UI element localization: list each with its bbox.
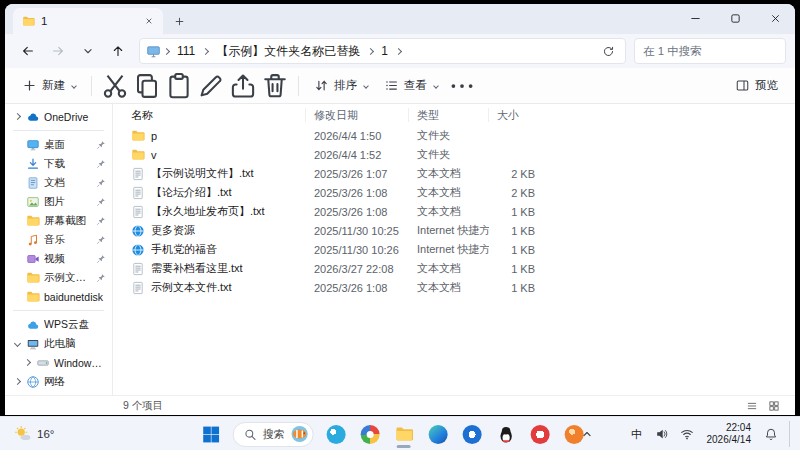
- file-row[interactable]: 需要补档看这里.txt2026/3/27 22:08文本文档1 KB: [123, 259, 795, 278]
- sidebar-item[interactable]: OneDrive: [8, 107, 109, 126]
- sidebar-item[interactable]: 图片: [8, 192, 109, 211]
- column-header-name[interactable]: 名称: [123, 108, 306, 122]
- details-view-toggle[interactable]: [741, 398, 763, 414]
- column-header-size[interactable]: 大小: [489, 108, 547, 122]
- file-name: 手机党的福音: [123, 242, 306, 257]
- tab-close-icon[interactable]: [141, 13, 157, 29]
- penguin-chat-app-icon[interactable]: [491, 419, 521, 449]
- sort-button[interactable]: 排序: [307, 72, 375, 100]
- picture-icon: [26, 195, 40, 209]
- expand-chevron-icon[interactable]: [13, 379, 22, 384]
- breadcrumb-segment[interactable]: 【示例】文件夹名称已替换: [211, 41, 365, 62]
- breadcrumb-segment[interactable]: 1: [376, 42, 393, 60]
- tab-bar: 1: [5, 4, 795, 34]
- red-circle-app-icon[interactable]: [525, 419, 555, 449]
- sidebar-item[interactable]: 网络: [8, 372, 109, 391]
- file-row[interactable]: 示例文本文件.txt2025/3/26 1:08文本文档1 KB: [123, 278, 795, 297]
- close-button[interactable]: [755, 4, 795, 32]
- clock[interactable]: 22:04 2026/4/14: [703, 422, 756, 447]
- new-tab-button[interactable]: [167, 9, 191, 33]
- copy-button[interactable]: [132, 72, 162, 100]
- video-icon: [26, 252, 40, 266]
- file-size: 1 KB: [489, 263, 547, 275]
- toolbar-divider: [298, 76, 299, 96]
- edge-app-icon[interactable]: [423, 419, 453, 449]
- file-type: 文本文档: [409, 280, 489, 295]
- weather-icon: [14, 425, 32, 443]
- breadcrumb[interactable]: 111【示例】文件夹名称已替换1: [139, 38, 626, 64]
- column-header-type[interactable]: 类型: [409, 108, 489, 122]
- recent-locations-chevron[interactable]: [74, 38, 101, 64]
- refresh-icon[interactable]: [597, 45, 619, 58]
- weather-widget[interactable]: 16°: [6, 417, 62, 450]
- file-explorer-app-icon[interactable]: [389, 419, 419, 449]
- explorer-tab[interactable]: 1: [13, 8, 163, 34]
- taskbar-search[interactable]: 搜索: [233, 422, 314, 447]
- pinwheel-app-icon[interactable]: [355, 419, 385, 449]
- pin-icon: [96, 273, 106, 283]
- minimize-button[interactable]: [675, 4, 715, 32]
- column-header-date[interactable]: 修改日期: [306, 108, 409, 122]
- file-row[interactable]: 更多资源2025/11/30 10:25Internet 快捷方式1 KB: [123, 221, 795, 240]
- hidden-icons-chevron[interactable]: [578, 421, 596, 447]
- search-input[interactable]: [634, 38, 786, 64]
- forward-button[interactable]: [44, 38, 71, 64]
- file-row[interactable]: 手机党的福音2025/11/30 10:26Internet 快捷方式1 KB: [123, 240, 795, 259]
- file-row[interactable]: 【示例说明文件】.txt2025/3/26 1:07文本文档2 KB: [123, 164, 795, 183]
- sidebar-item[interactable]: 桌面: [8, 135, 109, 154]
- more-button[interactable]: [447, 72, 477, 100]
- sidebar-item[interactable]: 下载: [8, 154, 109, 173]
- network-icon[interactable]: [678, 421, 696, 447]
- share-button[interactable]: [228, 72, 258, 100]
- sidebar-item[interactable]: 屏幕截图: [8, 211, 109, 230]
- new-button[interactable]: 新建: [15, 72, 83, 100]
- blue-globe-app-icon[interactable]: [457, 419, 487, 449]
- expand-chevron-icon[interactable]: [23, 360, 32, 365]
- cut-button[interactable]: [100, 72, 130, 100]
- sidebar-item[interactable]: Windows-SSD: [8, 353, 109, 372]
- breadcrumb-segment[interactable]: 111: [172, 42, 200, 60]
- command-bar: 新建 排序 查看 预览: [5, 68, 795, 104]
- sidebar-item[interactable]: 音乐: [8, 230, 109, 249]
- preview-toggle[interactable]: 预览: [728, 72, 785, 100]
- rename-button[interactable]: [196, 72, 226, 100]
- file-row[interactable]: 【永久地址发布页】.txt2025/3/26 1:08文本文档1 KB: [123, 202, 795, 221]
- textdoc-icon: [131, 186, 145, 200]
- sort-icon: [314, 78, 329, 93]
- sidebar-item[interactable]: baidunetdisk: [8, 287, 109, 306]
- sidebar-item[interactable]: 视频: [8, 249, 109, 268]
- up-button[interactable]: [104, 38, 131, 64]
- view-button[interactable]: 查看: [377, 72, 445, 100]
- maximize-button[interactable]: [715, 4, 755, 32]
- paste-button[interactable]: [164, 72, 194, 100]
- file-row[interactable]: v2026/4/4 1:52文件夹: [123, 145, 795, 164]
- show-desktop-button[interactable]: [789, 421, 792, 447]
- folder-icon: [22, 15, 35, 28]
- sidebar-item[interactable]: 文档: [8, 173, 109, 192]
- teal-chat-app-icon[interactable]: [321, 419, 351, 449]
- expand-chevron-icon[interactable]: [13, 341, 22, 346]
- ime-indicator[interactable]: 中: [628, 421, 646, 447]
- start-button[interactable]: [196, 419, 226, 449]
- sidebar-item[interactable]: 示例文件夹…: [8, 268, 109, 287]
- file-date-modified: 2026/4/4 1:52: [306, 149, 409, 161]
- notification-bell-icon[interactable]: [762, 421, 780, 447]
- computer-icon: [26, 337, 40, 351]
- tray-time: 22:04: [726, 422, 751, 435]
- expand-chevron-icon[interactable]: [13, 114, 22, 119]
- tab-title: 1: [41, 15, 135, 27]
- cloud-sync-tray-icon[interactable]: [603, 421, 621, 447]
- file-date-modified: 2025/3/26 1:08: [306, 282, 409, 294]
- back-button[interactable]: [14, 38, 41, 64]
- chevron-right-icon: [202, 47, 209, 54]
- delete-button[interactable]: [260, 72, 290, 100]
- thumbnail-view-toggle[interactable]: [763, 398, 785, 414]
- file-row[interactable]: 【论坛介绍】.txt2025/3/26 1:08文本文档2 KB: [123, 183, 795, 202]
- view-icon: [384, 78, 399, 93]
- volume-icon[interactable]: [653, 421, 671, 447]
- document-icon: [26, 176, 40, 190]
- file-name: p: [123, 129, 306, 143]
- sidebar-item[interactable]: WPS云盘: [8, 315, 109, 334]
- sidebar-item[interactable]: 此电脑: [8, 334, 109, 353]
- file-row[interactable]: p2026/4/4 1:50文件夹: [123, 126, 795, 145]
